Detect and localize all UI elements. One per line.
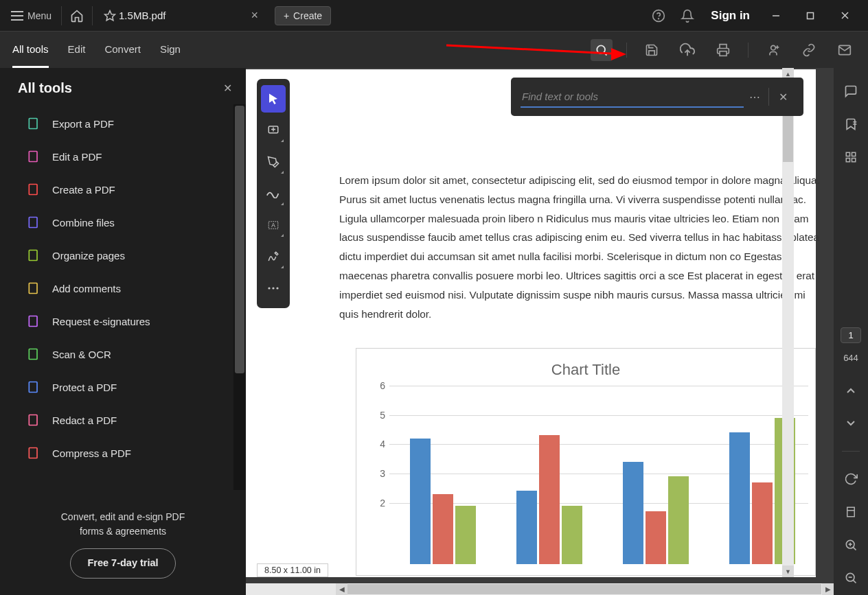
sidebar-item-compress-a-pdf[interactable]: Compress a PDF [0, 436, 246, 469]
current-page-badge[interactable]: 1 [841, 327, 860, 343]
svg-line-48 [853, 580, 856, 583]
sidebar-item-label: Combine files [52, 217, 115, 229]
bar-group [389, 388, 496, 564]
search-close-icon[interactable]: ✕ [772, 91, 794, 104]
signin-button[interactable]: Sign in [707, 9, 754, 23]
cursor-tool-icon[interactable] [261, 85, 286, 113]
tool-icon [26, 281, 41, 296]
mail-icon[interactable] [834, 39, 856, 61]
bar [455, 506, 476, 564]
divider [61, 6, 62, 25]
bookmarks-panel-icon[interactable] [838, 112, 863, 137]
sidebar-item-request-e-signatures[interactable]: Request e-signatures [0, 305, 246, 338]
horizontal-scrollbar[interactable]: ◀ ▶ [246, 583, 834, 595]
total-pages: 644 [843, 353, 858, 363]
svg-rect-21 [29, 283, 37, 294]
sidebar-item-create-a-pdf[interactable]: Create a PDF [0, 173, 246, 206]
more-tools-icon[interactable] [261, 275, 286, 302]
sidebar-item-combine-files[interactable]: Combine files [0, 206, 246, 239]
help-icon[interactable] [649, 6, 668, 25]
document-tab[interactable]: 1.5MB.pdf × [97, 0, 265, 31]
sidebar-item-label: Compress a PDF [52, 447, 131, 459]
sidebar-item-label: Request e-signatures [52, 316, 150, 327]
comment-tool-icon[interactable] [261, 117, 286, 144]
minimize-button[interactable] [764, 6, 788, 25]
bar [752, 482, 773, 564]
sidebar-item-edit-a-pdf[interactable]: Edit a PDF [0, 140, 246, 173]
svg-rect-18 [29, 185, 37, 195]
bar [623, 462, 643, 564]
rotate-icon[interactable] [838, 467, 863, 491]
toolbar: All toolsEditConvertSign [0, 31, 868, 68]
textbox-tool-icon[interactable]: A [261, 211, 286, 239]
close-window-button[interactable] [832, 6, 857, 25]
right-rail: 1 644 [834, 68, 868, 595]
sidebar-item-scan-ocr[interactable]: Scan & OCR [0, 338, 246, 371]
search-popup: ⋯ ✕ [511, 78, 803, 116]
sidebar-item-label: Add comments [52, 283, 121, 294]
home-icon[interactable] [66, 9, 88, 23]
search-input[interactable] [521, 86, 744, 108]
bar [729, 432, 750, 564]
bar-group [709, 388, 815, 564]
sidebar-scrollbar[interactable] [233, 104, 246, 490]
page-down-icon[interactable] [838, 411, 863, 436]
sidebar-item-protect-a-pdf[interactable]: Protect a PDF [0, 371, 246, 404]
sidebar-item-organize-pages[interactable]: Organize pages [0, 239, 246, 272]
sidebar-close-icon[interactable]: ✕ [223, 82, 232, 95]
sign-tool-icon[interactable] [261, 243, 286, 270]
tool-icon [26, 215, 41, 230]
menu-label: Menu [27, 10, 52, 21]
chart-title: Chart Title [356, 349, 815, 386]
pdf-page[interactable]: Lorem ipsum dolor sit amet, consectetur … [246, 69, 816, 577]
scroll-left-icon[interactable]: ◀ [336, 583, 347, 595]
zoom-in-icon[interactable] [838, 533, 863, 557]
page-dimensions: 8.50 x 11.00 in [257, 563, 328, 577]
print-icon[interactable] [712, 39, 734, 61]
draw-tool-icon[interactable] [261, 180, 286, 207]
tool-icon [26, 347, 41, 362]
svg-point-10 [771, 45, 776, 50]
maximize-button[interactable] [798, 6, 823, 25]
tool-icon [26, 149, 41, 164]
free-trial-button[interactable]: Free 7-day trial [70, 548, 175, 579]
sidebar-item-export-a-pdf[interactable]: Export a PDF [0, 107, 246, 140]
svg-rect-37 [846, 152, 849, 156]
zoom-out-icon[interactable] [838, 565, 863, 590]
svg-rect-16 [29, 119, 37, 129]
cloud-upload-icon[interactable] [676, 39, 698, 61]
tool-icon [26, 182, 41, 197]
tab-close-icon[interactable]: × [251, 8, 258, 23]
page-up-icon[interactable] [838, 378, 863, 403]
sidebar: All tools ✕ Export a PDFEdit a PDFCreate… [0, 68, 246, 595]
page-display-icon[interactable] [838, 500, 863, 524]
tab-filename: 1.5MB.pdf [119, 10, 165, 21]
annotation-arrow [446, 41, 632, 69]
toolbar-tab-convert[interactable]: Convert [104, 32, 141, 68]
save-icon[interactable] [641, 39, 663, 61]
svg-point-33 [272, 287, 274, 289]
sidebar-item-add-comments[interactable]: Add comments [0, 272, 246, 305]
comments-panel-icon[interactable] [838, 79, 863, 104]
search-more-icon[interactable]: ⋯ [744, 91, 766, 104]
thumbnails-panel-icon[interactable] [838, 145, 863, 170]
highlight-tool-icon[interactable] [261, 148, 286, 176]
scroll-right-icon[interactable]: ▶ [822, 583, 834, 595]
menu-button[interactable]: Menu [5, 8, 57, 24]
sidebar-item-redact-a-pdf[interactable]: Redact a PDF [0, 404, 246, 436]
toolbar-tab-edit[interactable]: Edit [68, 32, 86, 68]
toolbar-tab-sign[interactable]: Sign [160, 32, 181, 68]
share-people-icon[interactable] [762, 39, 784, 61]
svg-point-34 [276, 287, 278, 289]
svg-line-14 [446, 45, 611, 54]
sidebar-item-label: Create a PDF [52, 184, 115, 196]
bell-icon[interactable] [678, 6, 697, 25]
hamburger-icon [11, 11, 23, 21]
create-button[interactable]: + Create [275, 6, 331, 25]
scroll-down-icon[interactable]: ▼ [782, 565, 794, 577]
footer-line: Convert, edit and e-sign PDF [14, 510, 232, 524]
plus-icon: + [284, 10, 289, 21]
link-icon[interactable] [798, 39, 820, 61]
vertical-scrollbar[interactable]: ▲ ▼ [782, 68, 794, 577]
toolbar-tab-all-tools[interactable]: All tools [12, 32, 49, 68]
